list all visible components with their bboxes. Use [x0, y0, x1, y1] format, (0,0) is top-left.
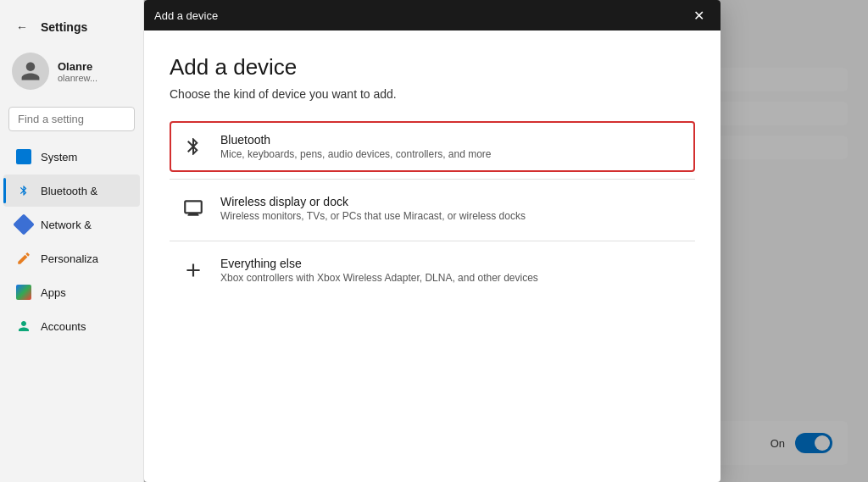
wireless-option-text: Wireless display or dock Wireless monito… [220, 195, 526, 222]
nav-label-system: System [41, 151, 77, 163]
nav-label-personalization: Personaliza [41, 252, 98, 265]
apps-icon [15, 284, 32, 301]
accounts-icon [15, 318, 32, 335]
avatar [12, 53, 49, 90]
everything-option-title: Everything else [220, 257, 538, 270]
user-info: Olanre olanrew... [58, 60, 97, 83]
device-option-bluetooth[interactable]: Bluetooth Mice, keyboards, pens, audio d… [170, 121, 695, 172]
sidebar-item-personalization[interactable]: Personaliza [3, 242, 140, 274]
user-section: Olanre olanrew... [0, 44, 143, 98]
modal-overlay: Add a device ✕ Add a device Choose the k… [144, 0, 868, 482]
bluetooth-device-icon [180, 133, 207, 160]
bluetooth-option-desc: Mice, keyboards, pens, audio devices, co… [220, 148, 492, 160]
bluetooth-option-text: Bluetooth Mice, keyboards, pens, audio d… [220, 133, 492, 160]
sidebar-item-system[interactable]: System [3, 141, 140, 173]
sidebar-item-accounts[interactable]: Accounts [3, 310, 140, 342]
sidebar-item-bluetooth[interactable]: Bluetooth & [3, 175, 140, 207]
device-option-wireless[interactable]: Wireless display or dock Wireless monito… [170, 183, 695, 234]
user-name: Olanre [58, 60, 97, 73]
bluetooth-option-title: Bluetooth [220, 133, 492, 147]
modal-titlebar-title: Add a device [154, 9, 218, 22]
device-option-everything[interactable]: Everything else Xbox controllers with Xb… [170, 245, 695, 296]
nav-label-network: Network & [41, 219, 92, 231]
monitor-device-icon [180, 195, 207, 222]
modal-heading: Add a device [170, 54, 695, 80]
sidebar-title: Settings [41, 20, 87, 34]
divider-1 [170, 179, 695, 180]
sidebar-item-apps[interactable]: Apps [3, 276, 140, 308]
modal-subtitle: Choose the kind of device you want to ad… [170, 87, 695, 101]
nav-label-accounts: Accounts [41, 320, 86, 333]
search-input[interactable] [8, 107, 135, 131]
main-content: On Add a device ✕ Add a device Choose th… [144, 0, 868, 482]
everything-option-desc: Xbox controllers with Xbox Wireless Adap… [220, 272, 538, 284]
wireless-option-desc: Wireless monitors, TVs, or PCs that use … [220, 210, 526, 222]
nav-label-apps: Apps [41, 286, 66, 299]
bluetooth-icon [15, 182, 32, 199]
divider-2 [170, 241, 695, 241]
sidebar: ← Settings Olanre olanrew... System [0, 0, 144, 482]
modal-body: Add a device Choose the kind of device y… [144, 30, 721, 482]
add-device-modal: Add a device ✕ Add a device Choose the k… [144, 0, 721, 482]
network-icon [15, 216, 32, 233]
modal-titlebar: Add a device ✕ [144, 0, 721, 30]
user-email: olanrew... [58, 73, 97, 83]
plus-device-icon [180, 257, 207, 284]
system-icon [15, 148, 32, 165]
sidebar-header: ← Settings [0, 8, 143, 44]
everything-option-text: Everything else Xbox controllers with Xb… [220, 257, 538, 284]
wireless-option-title: Wireless display or dock [220, 195, 526, 208]
personalize-icon [15, 250, 32, 267]
back-button[interactable]: ← [10, 15, 34, 39]
sidebar-item-network[interactable]: Network & [3, 208, 140, 241]
sidebar-nav: System Bluetooth & Network & [0, 140, 143, 343]
modal-close-button[interactable]: ✕ [687, 3, 710, 27]
nav-label-bluetooth: Bluetooth & [41, 185, 97, 197]
